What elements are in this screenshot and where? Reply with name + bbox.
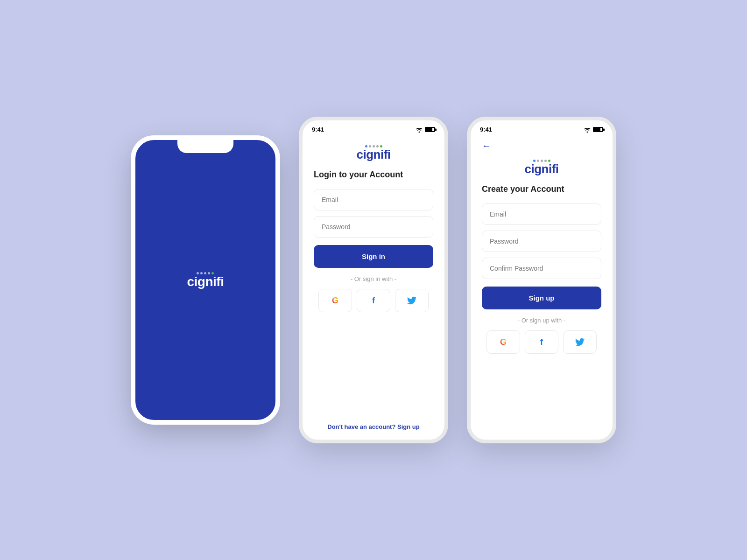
back-button[interactable]: ← [482,140,601,151]
register-confirm-password-input[interactable] [482,258,601,279]
dot-4 [208,272,210,274]
wifi-icon [416,127,423,133]
dot-3 [204,272,206,274]
dot-green [211,272,214,274]
login-password-input[interactable] [314,216,433,238]
google-icon-register: G [500,337,507,347]
twitter-icon-register [575,338,585,346]
register-email-input[interactable] [482,203,601,225]
login-logo-text: cignifi [356,148,390,161]
notch [177,140,233,153]
status-time-login: 9:41 [312,126,324,133]
login-footer: Don't have an account? Sign up [314,423,433,430]
register-logo: cignifi [524,160,558,175]
google-icon: G [332,296,338,306]
google-login-button[interactable]: G [318,289,352,312]
login-divider: - Or sign in with - [314,275,433,282]
signup-link[interactable]: Sign up [397,423,420,430]
register-content: ← cignifi Create your Account Sign up - … [471,136,613,440]
battery-icon-register [593,127,603,132]
dot-1 [197,272,199,274]
phone-login: 9:41 cignifi [299,117,448,443]
facebook-login-button[interactable]: f [357,289,390,312]
register-logo-text: cignifi [524,163,558,175]
logo-dots-white [197,272,214,274]
signup-button[interactable]: Sign up [482,287,601,309]
login-logo-container: cignifi [314,145,433,161]
signin-button[interactable]: Sign in [314,245,433,268]
register-password-input[interactable] [482,231,601,252]
twitter-login-button[interactable] [395,289,429,312]
wifi-icon-register [584,127,591,133]
google-register-button[interactable]: G [486,330,520,354]
splash-logo-text: cignifi [187,275,224,288]
status-bar-register: 9:41 [471,120,613,136]
login-social-buttons: G f [314,289,433,312]
register-title: Create your Account [482,184,601,194]
battery-icon [425,127,435,132]
dot-2 [200,272,203,274]
login-content: cignifi Login to your Account Sign in - … [303,136,444,440]
register-social-buttons: G f [482,330,601,354]
phone-register: 9:41 ← cignifi [467,117,616,443]
register-divider: - Or sign up with - [482,317,601,324]
phone-splash: cignifi [131,135,280,425]
login-email-input[interactable] [314,189,433,210]
status-icons-register [584,127,603,133]
register-logo-container: cignifi [482,160,601,175]
facebook-register-button[interactable]: f [525,330,558,354]
twitter-icon [407,296,416,305]
status-bar-login: 9:41 [303,120,444,136]
battery-fill-register [594,128,600,131]
status-time-register: 9:41 [480,126,492,133]
login-logo: cignifi [356,145,390,161]
splash-logo: cignifi [187,272,224,288]
login-footer-text: Don't have an account? [327,423,395,430]
status-icons-login [416,127,435,133]
facebook-icon-register: f [540,337,543,347]
login-title: Login to your Account [314,170,433,180]
battery-fill [426,128,432,131]
twitter-register-button[interactable] [563,330,597,354]
facebook-icon: f [372,296,375,306]
